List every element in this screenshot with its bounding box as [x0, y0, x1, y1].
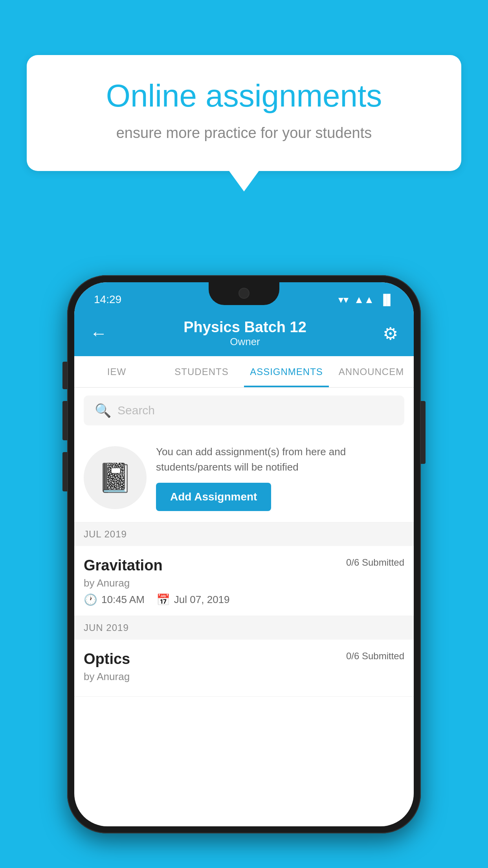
assignment-name-optics: Optics — [84, 651, 130, 668]
assignment-item-gravitation[interactable]: Gravitation 0/6 Submitted by Anurag 🕐 10… — [74, 546, 414, 616]
search-bar[interactable]: 🔍 Search — [84, 395, 404, 425]
assignment-by-gravitation: by Anurag — [84, 577, 404, 589]
wifi-icon: ▾▾ — [338, 294, 349, 306]
assignment-by-optics: by Anurag — [84, 671, 404, 683]
phone-wrapper: 14:29 ▾▾ ▲▲ ▐▌ ← Physics Batch 12 Owner … — [67, 275, 421, 833]
header-center: Physics Batch 12 Owner — [183, 319, 306, 348]
add-assignment-button[interactable]: Add Assignment — [156, 483, 271, 511]
side-button-power — [421, 401, 426, 464]
status-time: 14:29 — [94, 293, 121, 306]
settings-icon[interactable]: ⚙ — [383, 324, 398, 344]
phone-screen: 14:29 ▾▾ ▲▲ ▐▌ ← Physics Batch 12 Owner … — [74, 282, 414, 826]
header-subtitle: Owner — [183, 336, 306, 348]
side-button-vol-up — [62, 362, 67, 389]
assignment-submitted-optics: 0/6 Submitted — [346, 651, 404, 662]
assignment-date-gravitation: 📅 Jul 07, 2019 — [156, 593, 230, 606]
signal-icon: ▲▲ — [354, 294, 374, 306]
promo-description: You can add assignment(s) from here and … — [156, 444, 401, 475]
section-header-jun-2019: JUN 2019 — [74, 616, 414, 640]
phone-camera — [238, 288, 250, 299]
phone-device: 14:29 ▾▾ ▲▲ ▐▌ ← Physics Batch 12 Owner … — [67, 275, 421, 833]
tab-assignments[interactable]: ASSIGNMENTS — [244, 356, 329, 387]
assignment-name-gravitation: Gravitation — [84, 557, 163, 574]
status-icons: ▾▾ ▲▲ ▐▌ — [338, 294, 394, 306]
search-placeholder-text: Search — [117, 404, 155, 417]
phone-notch — [209, 282, 279, 305]
assignment-item-optics[interactable]: Optics 0/6 Submitted by Anurag — [74, 640, 414, 697]
assignment-top-optics: Optics 0/6 Submitted — [84, 651, 404, 668]
side-button-extra — [62, 452, 67, 491]
assignment-time-gravitation: 🕐 10:45 AM — [84, 593, 145, 606]
tabs-bar: IEW STUDENTS ASSIGNMENTS ANNOUNCEM — [74, 356, 414, 388]
notebook-icon: 📓 — [97, 461, 133, 495]
assignment-top: Gravitation 0/6 Submitted — [84, 557, 404, 574]
clock-icon: 🕐 — [84, 593, 97, 606]
header-title: Physics Batch 12 — [183, 319, 306, 336]
promo-text-area: You can add assignment(s) from here and … — [156, 444, 401, 511]
bubble-title: Online assignments — [54, 79, 434, 113]
search-icon: 🔍 — [95, 403, 111, 418]
assignment-submitted-gravitation: 0/6 Submitted — [346, 557, 404, 568]
side-button-vol-down — [62, 401, 67, 440]
tab-iew[interactable]: IEW — [74, 356, 159, 387]
tab-announcements[interactable]: ANNOUNCEM — [329, 356, 414, 387]
calendar-icon: 📅 — [156, 593, 170, 606]
tab-students[interactable]: STUDENTS — [159, 356, 244, 387]
add-assignment-promo: 📓 You can add assignment(s) from here an… — [74, 433, 414, 522]
bubble-subtitle: ensure more practice for your students — [54, 123, 434, 143]
assignment-meta-gravitation: 🕐 10:45 AM 📅 Jul 07, 2019 — [84, 593, 404, 606]
app-header: ← Physics Batch 12 Owner ⚙ — [74, 311, 414, 356]
section-header-jul-2019: JUL 2019 — [74, 522, 414, 546]
speech-bubble: Online assignments ensure more practice … — [27, 55, 461, 171]
promo-icon-circle: 📓 — [84, 446, 147, 509]
speech-bubble-container: Online assignments ensure more practice … — [27, 55, 461, 171]
back-button[interactable]: ← — [90, 324, 107, 343]
battery-icon: ▐▌ — [380, 294, 394, 306]
